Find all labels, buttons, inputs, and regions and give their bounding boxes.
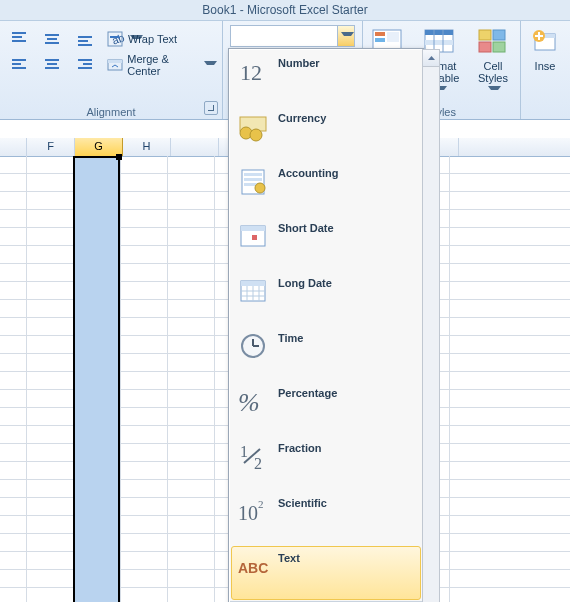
- svg-rect-13: [45, 59, 59, 61]
- format-option-scientific[interactable]: 102Scientific: [231, 491, 421, 545]
- format-option-label: Time: [278, 331, 303, 344]
- format-option-text[interactable]: ABCText: [231, 546, 421, 600]
- format-option-label: Number: [278, 56, 320, 69]
- svg-marker-67: [428, 56, 435, 60]
- svg-rect-32: [493, 30, 505, 40]
- svg-text:1: 1: [240, 443, 248, 460]
- svg-rect-5: [45, 42, 59, 44]
- column-header[interactable]: [171, 138, 219, 156]
- align-left-icon: [9, 55, 29, 75]
- scroll-up-button[interactable]: [422, 49, 440, 67]
- scroll-track[interactable]: [423, 66, 439, 602]
- svg-point-46: [255, 183, 265, 193]
- dropdown-arrow-icon: [488, 86, 501, 94]
- format-option-label: Text: [278, 551, 300, 564]
- gridline: [26, 156, 27, 602]
- format-option-currency[interactable]: Currency: [231, 106, 421, 160]
- svg-rect-11: [12, 63, 21, 65]
- dropdown-arrow-icon: [341, 32, 354, 40]
- svg-rect-51: [241, 281, 265, 286]
- align-middle-icon: [42, 29, 62, 49]
- format-option-label: Accounting: [278, 166, 339, 179]
- menu-scrollbar[interactable]: [422, 49, 440, 602]
- align-right-button[interactable]: [70, 53, 100, 77]
- format-option-fraction[interactable]: 12Fraction: [231, 436, 421, 490]
- align-center-button[interactable]: [37, 53, 67, 77]
- svg-text:ABC: ABC: [238, 560, 268, 576]
- time-icon: [238, 331, 270, 363]
- align-bottom-button[interactable]: [70, 27, 100, 51]
- format-option-label: Fraction: [278, 441, 321, 454]
- svg-text:2: 2: [258, 498, 264, 510]
- svg-rect-16: [78, 59, 92, 61]
- group-alignment: ab Wrap Text Merge & Center Alignment: [0, 21, 223, 119]
- align-row2: [4, 53, 100, 77]
- merge-center-icon: [105, 55, 124, 75]
- svg-rect-2: [12, 40, 26, 42]
- gridline: [120, 156, 121, 602]
- group-label-alignment: Alignment: [0, 106, 222, 118]
- svg-rect-31: [479, 30, 491, 40]
- group-cells: Inse: [520, 21, 570, 119]
- column-header[interactable]: F: [27, 138, 75, 156]
- svg-rect-1: [12, 36, 22, 38]
- format-option-long_date[interactable]: Long Date: [231, 271, 421, 325]
- svg-text:2: 2: [254, 455, 262, 472]
- format-option-percentage[interactable]: %Percentage: [231, 381, 421, 435]
- column-header[interactable]: H: [123, 138, 171, 156]
- text-icon: ABC: [238, 551, 270, 583]
- long_date-icon: [238, 276, 270, 308]
- align-left-button[interactable]: [4, 53, 34, 77]
- align-top-button[interactable]: [4, 27, 34, 51]
- alignment-dialog-launcher[interactable]: [204, 101, 218, 115]
- svg-rect-7: [78, 40, 88, 42]
- svg-rect-18: [78, 67, 92, 69]
- format-option-number[interactable]: 12Number: [231, 51, 421, 105]
- cell-styles-label: CellStyles: [469, 60, 517, 96]
- dropdown-arrow-icon: [204, 61, 217, 69]
- format-option-time[interactable]: Time: [231, 326, 421, 380]
- gridline: [167, 156, 168, 602]
- gridline: [214, 156, 215, 602]
- format-option-label: Scientific: [278, 496, 327, 509]
- svg-rect-28: [425, 40, 453, 45]
- svg-rect-43: [244, 173, 262, 176]
- svg-text:10: 10: [238, 502, 258, 524]
- svg-rect-27: [425, 30, 453, 35]
- format-option-short_date[interactable]: Short Date: [231, 216, 421, 270]
- svg-rect-4: [47, 38, 57, 40]
- number-format-combo[interactable]: [230, 25, 355, 47]
- wrap-text-icon: [105, 29, 125, 49]
- insert-button[interactable]: Inse: [522, 23, 568, 97]
- svg-rect-49: [252, 235, 257, 240]
- wrap-text-button[interactable]: Wrap Text: [100, 27, 182, 51]
- number-format-dropdown-button[interactable]: [337, 26, 354, 46]
- svg-text:12: 12: [240, 60, 262, 85]
- cell-styles-button[interactable]: CellStyles: [468, 23, 518, 97]
- align-middle-button[interactable]: [37, 27, 67, 51]
- svg-rect-19: [108, 32, 122, 46]
- insert-icon: [529, 26, 561, 58]
- merge-center-button[interactable]: Merge & Center: [100, 53, 222, 77]
- svg-rect-15: [45, 67, 59, 69]
- number-icon: 12: [238, 56, 270, 88]
- format-option-label: Short Date: [278, 221, 334, 234]
- gridline: [449, 156, 450, 602]
- svg-rect-8: [78, 44, 92, 46]
- format-option-label: Percentage: [278, 386, 337, 399]
- number-format-value: [231, 26, 337, 46]
- fraction-icon: 12: [238, 441, 270, 473]
- format-option-label: Long Date: [278, 276, 332, 289]
- align-center-icon: [42, 55, 62, 75]
- svg-rect-34: [493, 42, 505, 52]
- format-option-accounting[interactable]: Accounting: [231, 161, 421, 215]
- align-top-icon: [9, 29, 29, 49]
- currency-icon: [238, 111, 270, 143]
- svg-point-41: [250, 129, 262, 141]
- column-selection: [73, 156, 120, 602]
- svg-rect-48: [241, 226, 265, 231]
- percentage-icon: %: [238, 386, 270, 418]
- short_date-icon: [238, 221, 270, 253]
- svg-rect-17: [83, 63, 92, 65]
- number-format-menu: 12NumberCurrencyAccounting Short DateLon…: [228, 48, 424, 602]
